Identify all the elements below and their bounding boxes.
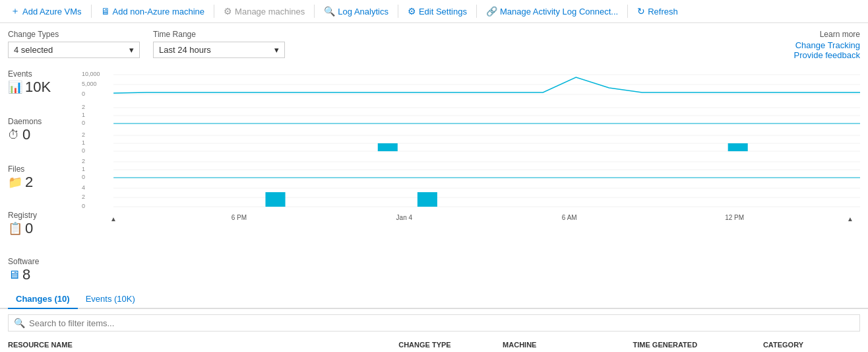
time-range-filter: Time Range Last 24 hours ▾ xyxy=(153,30,285,58)
main-chart: 10,000 5,000 0 2 1 0 2 1 0 xyxy=(80,69,860,241)
svg-rect-20 xyxy=(728,143,748,151)
svg-text:6 PM: 6 PM xyxy=(232,214,247,221)
folder-icon: 📁 xyxy=(8,175,22,190)
separator xyxy=(91,5,92,18)
change-types-filter: Change Types 4 selected ▾ xyxy=(8,30,140,58)
time-range-select[interactable]: Last 24 hours ▾ xyxy=(153,42,285,58)
stat-daemons: Daemons ⏱ 0 xyxy=(8,117,75,143)
edit-settings-label: Edit Settings xyxy=(419,7,467,17)
provide-feedback-link[interactable]: Provide feedback xyxy=(794,50,860,60)
tabs-row: Changes (10) Events (10K) xyxy=(0,290,868,309)
daemons-label: Daemons xyxy=(8,117,75,126)
svg-text:Jan 4: Jan 4 xyxy=(396,214,413,221)
stat-software: Software 🖥 8 xyxy=(8,257,75,283)
registry-icon: 📋 xyxy=(8,221,22,236)
refresh-button[interactable]: ↻ Refresh xyxy=(632,3,683,19)
table-header-row: RESOURCE NAME CHANGE TYPE MACHINE TIME G… xyxy=(0,337,868,352)
plus-icon: ＋ xyxy=(11,5,20,17)
svg-text:1: 1 xyxy=(82,112,85,118)
filters-row: Change Types 4 selected ▾ Time Range Las… xyxy=(0,23,868,64)
svg-text:2: 2 xyxy=(82,104,85,110)
search-input[interactable] xyxy=(29,318,854,328)
chevron-down-icon: ▾ xyxy=(129,45,134,55)
gear-icon: ⚙ xyxy=(224,6,232,17)
stats-panel: Events 📊 10K Daemons ⏱ 0 Files 📁 2 Regis… xyxy=(8,69,80,285)
svg-text:5,000: 5,000 xyxy=(82,81,97,87)
separator xyxy=(627,5,628,18)
stat-files: Files 📁 2 xyxy=(8,164,75,191)
col-header-resource: RESOURCE NAME xyxy=(0,337,390,352)
manage-machines-button[interactable]: ⚙ Manage machines xyxy=(218,3,310,19)
daemons-value: 0 xyxy=(22,126,30,143)
add-azure-vms-button[interactable]: ＋ Add Azure VMs xyxy=(5,3,87,20)
add-non-azure-label: Add non-Azure machine xyxy=(113,7,204,17)
registry-value: 0 xyxy=(25,220,33,237)
log-analytics-label: Log Analytics xyxy=(338,7,388,17)
change-types-select[interactable]: 4 selected ▾ xyxy=(8,42,140,58)
change-tracking-link[interactable]: Change Tracking xyxy=(795,40,860,50)
svg-rect-19 xyxy=(378,143,398,151)
col-header-time-generated: TIME GENERATED xyxy=(625,337,755,352)
time-range-value: Last 24 hours xyxy=(159,45,211,55)
connect-icon: 🔗 xyxy=(486,6,497,17)
svg-text:2: 2 xyxy=(82,131,85,138)
chevron-down-icon: ▾ xyxy=(274,45,279,55)
toolbar: ＋ Add Azure VMs 🖥 Add non-Azure machine … xyxy=(0,0,868,23)
separator xyxy=(476,5,477,18)
events-label: Events xyxy=(8,69,75,79)
edit-settings-button[interactable]: ⚙ Edit Settings xyxy=(402,3,472,19)
log-analytics-button[interactable]: 🔍 Log Analytics xyxy=(319,3,394,19)
svg-text:0: 0 xyxy=(82,147,85,154)
software-icon: 🖥 xyxy=(8,268,20,282)
tab-changes[interactable]: Changes (10) xyxy=(8,290,78,309)
registry-label: Registry xyxy=(8,211,75,220)
software-label: Software xyxy=(8,257,75,266)
svg-text:1: 1 xyxy=(82,166,85,172)
tab-events[interactable]: Events (10K) xyxy=(78,290,143,309)
learn-more-section: Learn more Change Tracking Provide feedb… xyxy=(794,30,860,60)
chart-area: 10,000 5,000 0 2 1 0 2 1 0 xyxy=(80,69,860,241)
events-tab-label: Events (10K) xyxy=(86,294,135,304)
search-icon: 🔍 xyxy=(14,318,25,328)
changes-tab-label: Changes (10) xyxy=(16,294,70,304)
separator xyxy=(214,5,214,18)
svg-text:4: 4 xyxy=(82,184,85,191)
search-icon: 🔍 xyxy=(324,6,335,17)
manage-activity-button[interactable]: 🔗 Manage Activity Log Connect... xyxy=(481,3,623,19)
svg-rect-35 xyxy=(418,192,437,207)
separator xyxy=(314,5,315,18)
stat-registry: Registry 📋 0 xyxy=(8,211,75,237)
search-bar: 🔍 xyxy=(8,314,860,332)
data-table: RESOURCE NAME CHANGE TYPE MACHINE TIME G… xyxy=(0,337,868,352)
svg-text:2: 2 xyxy=(82,158,85,164)
files-value: 2 xyxy=(25,174,33,191)
col-header-change-type: CHANGE TYPE xyxy=(390,337,495,352)
separator xyxy=(398,5,398,18)
svg-text:▲: ▲ xyxy=(847,215,853,223)
files-label: Files xyxy=(8,164,75,174)
manage-activity-label: Manage Activity Log Connect... xyxy=(500,7,618,17)
svg-text:10,000: 10,000 xyxy=(82,71,100,77)
software-value: 8 xyxy=(22,266,30,283)
svg-text:0: 0 xyxy=(82,174,85,180)
svg-text:0: 0 xyxy=(82,120,85,126)
time-range-label: Time Range xyxy=(153,30,285,39)
chart-icon: 📊 xyxy=(8,80,22,94)
svg-text:6 AM: 6 AM xyxy=(562,214,577,221)
add-azure-vms-label: Add Azure VMs xyxy=(22,7,82,17)
svg-text:0: 0 xyxy=(82,90,85,97)
change-types-label: Change Types xyxy=(8,30,140,39)
monitor-icon: 🖥 xyxy=(101,6,110,17)
col-header-category: CATEGORY xyxy=(755,337,868,352)
svg-rect-34 xyxy=(265,192,285,207)
svg-text:0: 0 xyxy=(82,203,85,209)
add-non-azure-button[interactable]: 🖥 Add non-Azure machine xyxy=(96,3,210,19)
refresh-label: Refresh xyxy=(648,7,678,17)
svg-text:1: 1 xyxy=(82,139,85,146)
refresh-icon: ↻ xyxy=(637,6,645,17)
stat-events: Events 📊 10K xyxy=(8,69,75,96)
events-value: 10K xyxy=(25,79,51,96)
svg-text:12 PM: 12 PM xyxy=(725,214,744,221)
manage-machines-label: Manage machines xyxy=(235,7,305,17)
daemon-icon: ⏱ xyxy=(8,128,20,142)
